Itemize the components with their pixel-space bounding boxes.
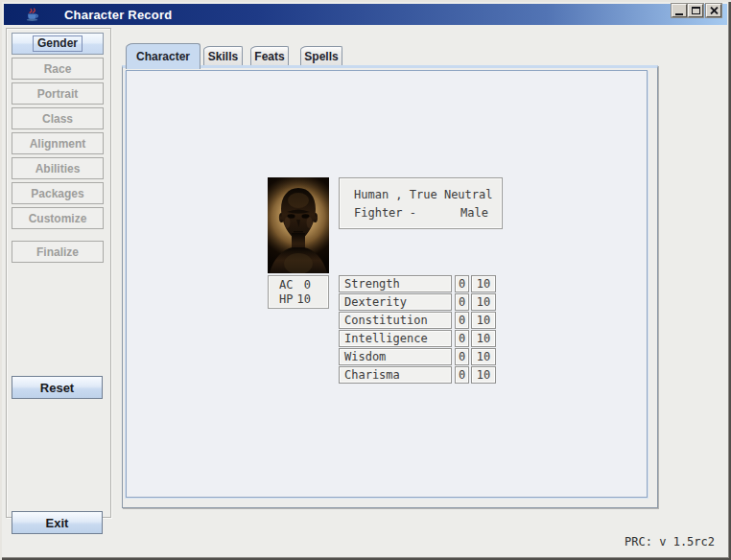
sidebar-button-gender[interactable]: Gender (12, 33, 104, 55)
ability-name-charisma: Charisma (339, 366, 452, 384)
ability-score-strength: 10 (471, 275, 496, 292)
ability-mod-constitution: 0 (455, 312, 469, 329)
ability-mod-strength: 0 (455, 275, 469, 292)
title-bar: Character Record (4, 4, 727, 25)
sidebar-button-finalize-label: Finalize (36, 245, 79, 259)
character-portrait-image (268, 177, 329, 273)
sidebar-button-customize: Customize (12, 207, 104, 229)
sidebar-button-alignment-label: Alignment (30, 137, 86, 151)
close-icon (710, 7, 719, 14)
tab-skills-label: Skills (208, 50, 238, 63)
ability-name-constitution: Constitution (339, 312, 452, 329)
tab-skills[interactable]: Skills (203, 46, 243, 65)
maximize-icon (692, 7, 700, 14)
ability-name-intelligence: Intelligence (339, 330, 452, 347)
sidebar-button-abilities: Abilities (12, 157, 104, 179)
sidebar-button-portrait-label: Portrait (37, 87, 79, 101)
sidebar-button-customize-label: Customize (29, 212, 87, 225)
minimize-button[interactable] (672, 4, 687, 17)
sidebar-button-packages: Packages (12, 182, 104, 204)
ability-name-dexterity: Dexterity (339, 293, 452, 311)
ac-value: 0 (304, 278, 311, 292)
tab-feats-label: Feats (254, 50, 284, 63)
summary-race-alignment: Human , True Neutral (354, 186, 493, 204)
summary-gender: Male (460, 204, 488, 222)
reset-button[interactable]: Reset (12, 376, 103, 399)
ability-name-wisdom: Wisdom (339, 348, 452, 365)
ability-name-strength: Strength (339, 275, 452, 292)
maximize-button[interactable] (688, 4, 703, 17)
sidebar-button-portrait: Portrait (12, 82, 104, 105)
ability-score-wisdom: 10 (471, 348, 496, 365)
sidebar-button-abilities-label: Abilities (35, 162, 81, 175)
exit-button[interactable]: Exit (12, 511, 103, 534)
sidebar-button-finalize: Finalize (12, 241, 104, 263)
sidebar-button-packages-label: Packages (31, 187, 83, 200)
tab-feats[interactable]: Feats (250, 46, 289, 65)
tab-spells-label: Spells (304, 50, 338, 63)
sidebar-button-class: Class (12, 107, 104, 129)
character-record-window: Character Record Gender Race Portrait Cl… (0, 0, 731, 560)
ability-score-constitution: 10 (471, 312, 496, 329)
ability-mod-charisma: 0 (455, 366, 469, 384)
close-button[interactable] (706, 4, 721, 17)
java-coffee-cup-icon (25, 7, 40, 22)
window-title: Character Record (64, 8, 172, 22)
sidebar-button-class-label: Class (42, 112, 73, 126)
ability-mod-wisdom: 0 (455, 348, 469, 365)
sidebar-button-race-label: Race (44, 62, 72, 76)
exit-button-label: Exit (46, 516, 69, 530)
ability-score-dexterity: 10 (471, 293, 496, 311)
sidebar-button-race: Race (12, 58, 104, 80)
ability-score-charisma: 10 (471, 366, 496, 384)
character-summary-box: Human , True Neutral Fighter - Male (339, 177, 503, 229)
ac-hp-box: AC 0 HP 10 (268, 275, 329, 309)
sidebar-button-gender-label: Gender (33, 35, 83, 52)
ac-label: AC (279, 278, 293, 292)
summary-class-deity: Fighter - (354, 204, 416, 222)
prc-version-label: PRC: v 1.5rc2 (625, 535, 715, 548)
tab-character[interactable]: Character (126, 43, 200, 69)
tab-spells[interactable]: Spells (300, 46, 342, 65)
hp-label: HP (279, 292, 293, 307)
ability-mod-dexterity: 0 (455, 293, 469, 311)
sidebar-button-alignment: Alignment (12, 132, 104, 154)
ability-score-intelligence: 10 (471, 330, 496, 347)
hp-value: 10 (297, 292, 311, 307)
reset-button-label: Reset (40, 381, 74, 395)
tab-character-label: Character (136, 50, 190, 63)
minimize-icon (675, 13, 683, 15)
ability-mod-intelligence: 0 (455, 330, 469, 347)
